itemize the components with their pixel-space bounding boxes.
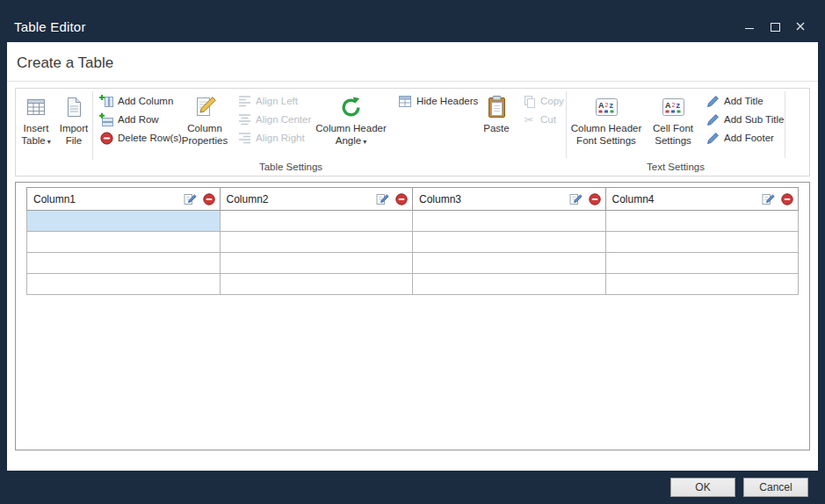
column-header-font-settings-icon: A 2 z [595, 92, 619, 122]
align-center-button: Align Center [237, 111, 304, 128]
table-cell[interactable] [220, 211, 413, 232]
table-cell[interactable] [220, 232, 413, 253]
page-header: Create a Table [7, 42, 818, 82]
table-cell[interactable] [605, 253, 799, 274]
add-sub-title-icon [706, 112, 720, 126]
column-properties-icon [193, 92, 217, 122]
import-file-icon [63, 92, 84, 122]
window-controls [744, 21, 813, 32]
delete-column-icon[interactable] [781, 193, 793, 205]
window-title: Table Editor [14, 19, 86, 34]
svg-text:A: A [598, 101, 604, 110]
cancel-button[interactable]: Cancel [743, 478, 808, 497]
column-header-font-settings-button[interactable]: A 2 z Column Header Font Settings [567, 91, 646, 160]
hide-headers-icon [398, 94, 412, 108]
cell-font-settings-button[interactable]: A 2 z Cell Font Settings [646, 91, 700, 160]
edit-column-icon[interactable] [376, 193, 389, 205]
add-column-button[interactable]: Add Column [99, 92, 172, 110]
column-header[interactable]: Column3 [413, 188, 606, 211]
table-row [27, 211, 799, 232]
insert-table-button[interactable]: Insert Table▾ [16, 91, 56, 160]
table-cell[interactable] [413, 253, 606, 274]
edit-column-icon[interactable] [762, 193, 775, 205]
column-header-label: Column3 [419, 193, 569, 205]
table-cell[interactable] [605, 232, 799, 253]
column-header[interactable]: Column1 [27, 188, 221, 211]
table-cell[interactable] [27, 232, 221, 253]
add-column-icon [99, 94, 113, 108]
add-row-button[interactable]: Add Row [99, 111, 172, 128]
clipboard-actions: Copy ✂ Cut [517, 91, 562, 160]
table-cell[interactable] [413, 211, 606, 232]
delete-rows-button[interactable]: Delete Row(s) [99, 129, 172, 147]
table-header-row: Column1 [27, 188, 799, 211]
delete-column-icon[interactable] [203, 193, 215, 205]
column-header-angle-icon [339, 92, 363, 122]
table-cell[interactable] [27, 253, 221, 274]
table-cell[interactable] [220, 253, 413, 274]
delete-column-icon[interactable] [589, 193, 601, 205]
table-cell[interactable] [27, 211, 221, 232]
edit-column-icon[interactable] [569, 193, 583, 205]
delete-rows-icon [99, 131, 113, 145]
copy-icon [522, 94, 536, 108]
column-header[interactable]: Column2 [220, 188, 413, 211]
titlebar: Table Editor [0, 0, 825, 42]
add-footer-button[interactable]: Add Footer [706, 129, 776, 147]
minimize-icon[interactable] [744, 21, 755, 32]
dropdown-arrow-icon: ▾ [47, 138, 51, 146]
delete-column-icon[interactable] [395, 193, 408, 205]
cell-font-settings-icon: A 2 z [662, 92, 685, 122]
paste-icon [486, 92, 508, 122]
toolbar-divider [92, 91, 93, 160]
dropdown-arrow-icon: ▾ [363, 138, 366, 146]
ok-button[interactable]: OK [670, 478, 735, 497]
row-column-actions: Add Column Add Row [94, 91, 177, 160]
table-edit-area: Column1 [15, 182, 810, 450]
table-row [27, 253, 799, 274]
edit-column-icon[interactable] [184, 193, 197, 205]
align-actions: Align Left Align Center [232, 91, 309, 160]
column-header-label: Column2 [227, 193, 377, 205]
ribbon-group-label: Text Settings [567, 160, 785, 176]
table-editor-grid: Column1 [26, 187, 799, 295]
dialog-footer: OK Cancel [0, 471, 825, 504]
ribbon-group-text-settings: A 2 z Column Header Font Settings [567, 89, 785, 176]
import-file-button[interactable]: Import File [56, 91, 91, 160]
svg-text:A: A [665, 101, 671, 110]
close-icon[interactable] [795, 21, 806, 32]
add-sub-title-button[interactable]: Add Sub Title [706, 111, 776, 128]
table-cell[interactable] [220, 274, 413, 295]
table-row [27, 232, 799, 253]
align-center-icon [237, 112, 251, 126]
cut-icon: ✂ [522, 112, 536, 126]
add-row-icon [99, 112, 113, 126]
maximize-icon[interactable] [770, 21, 780, 32]
column-header-angle-button[interactable]: Column Header Angle▾ [309, 91, 393, 160]
column-header-label: Column1 [33, 193, 184, 205]
table-cell[interactable] [605, 211, 799, 232]
ribbon-group-label: Table Settings [16, 160, 566, 176]
paste-button[interactable]: Paste [476, 91, 517, 160]
table-cell[interactable] [413, 232, 606, 253]
table-cell[interactable] [605, 274, 799, 295]
svg-text:z: z [609, 101, 613, 110]
svg-text:2: 2 [604, 102, 608, 108]
ribbon-spacer [785, 89, 809, 176]
hide-headers-button[interactable]: Hide Headers [398, 92, 471, 110]
table-cell[interactable] [413, 274, 606, 295]
column-properties-button[interactable]: Column Properties [177, 91, 232, 160]
add-title-icon [706, 94, 720, 108]
dialog-content: Create a Table [7, 42, 818, 471]
add-title-button[interactable]: Add Title [706, 92, 776, 110]
copy-button: Copy [522, 92, 557, 110]
column-header-label: Column4 [612, 193, 763, 205]
title-actions: Add Title Add Sub Title Ad [700, 91, 781, 160]
table-row [27, 274, 799, 295]
align-right-button: Align Right [237, 129, 304, 147]
svg-text:z: z [676, 101, 680, 110]
column-header[interactable]: Column4 [605, 188, 799, 211]
align-left-button: Align Left [237, 92, 304, 110]
table-cell[interactable] [27, 274, 221, 295]
insert-table-icon [25, 92, 47, 122]
